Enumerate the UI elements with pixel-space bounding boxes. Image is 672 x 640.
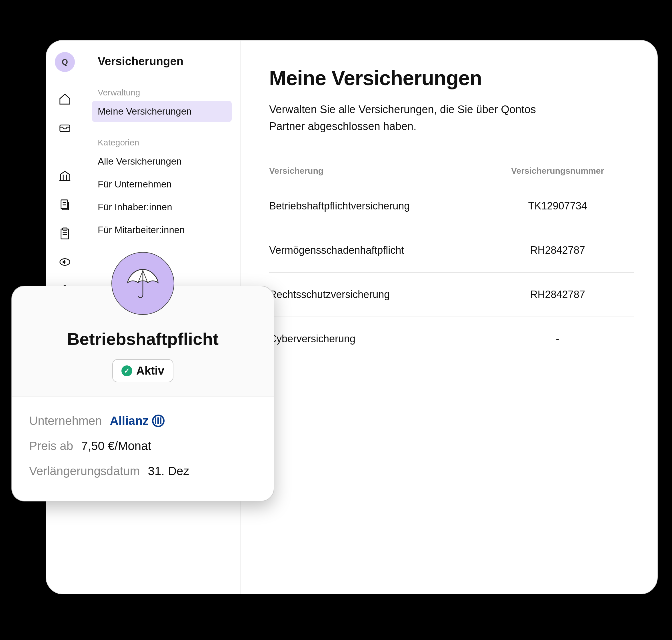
sidebar-group-verwaltung: Verwaltung Meine Versicherungen xyxy=(92,88,232,122)
allianz-icon xyxy=(152,414,164,427)
insurance-number: RH2842787 xyxy=(481,228,634,272)
insurance-name: Vermögensschadenhaftpflicht xyxy=(269,228,481,272)
clipboard-icon[interactable] xyxy=(58,226,72,241)
sidebar-group-label: Kategorien xyxy=(92,138,232,147)
page-title: Meine Versicherungen xyxy=(269,66,634,90)
svg-rect-1 xyxy=(61,200,68,209)
sidebar-item-fuer-mitarbeiter[interactable]: Für Mitarbeiter:innen xyxy=(92,219,232,241)
sidebar-title: Versicherungen xyxy=(92,55,232,68)
check-icon: ✓ xyxy=(121,365,132,376)
status-badge: ✓ Aktiv xyxy=(112,359,173,382)
sidebar-item-label: Für Inhaber:innen xyxy=(98,202,172,212)
sidebar-item-label: Alle Versicherungen xyxy=(98,156,182,166)
detail-value: 31. Dez xyxy=(148,464,189,478)
insurance-number: - xyxy=(481,317,634,361)
column-header-number: Versicherungsnummer xyxy=(481,158,634,184)
sidebar-item-label: Für Mitarbeiter:innen xyxy=(98,224,185,235)
company-name: Allianz xyxy=(110,414,148,428)
document-icon[interactable] xyxy=(58,198,72,212)
sidebar-item-label: Für Unternehmen xyxy=(98,179,172,189)
status-text: Aktiv xyxy=(136,364,164,377)
bank-icon[interactable] xyxy=(58,169,72,184)
insurance-number: RH2842787 xyxy=(481,273,634,317)
table-row[interactable]: Rechtsschutzversicherung RH2842787 xyxy=(269,273,634,317)
home-icon[interactable] xyxy=(58,92,72,106)
detail-row-renewal: Verlängerungsdatum 31. Dez xyxy=(29,459,257,484)
detail-row-price: Preis ab 7,50 €/Monat xyxy=(29,433,257,459)
insurance-name: Betriebshaftpflichtversicherung xyxy=(269,184,481,228)
detail-label: Preis ab xyxy=(29,439,73,453)
insurances-table: Versicherung Versicherungsnummer Betrieb… xyxy=(269,158,634,361)
app-logo[interactable]: Q xyxy=(55,52,75,72)
sidebar-item-meine-versicherungen[interactable]: Meine Versicherungen xyxy=(92,101,232,122)
page-subtitle: Verwalten Sie alle Versicherungen, die S… xyxy=(269,101,555,135)
umbrella-icon xyxy=(112,252,174,315)
sidebar-item-fuer-unternehmen[interactable]: Für Unternehmen xyxy=(92,174,232,195)
sidebar-item-fuer-inhaber[interactable]: Für Inhaber:innen xyxy=(92,197,232,218)
detail-value: 7,50 €/Monat xyxy=(81,439,151,453)
table-row[interactable]: Cyberversicherung - xyxy=(269,317,634,361)
detail-label: Verlängerungsdatum xyxy=(29,464,140,478)
inbox-icon[interactable] xyxy=(58,120,72,135)
sidebar-group-kategorien: Kategorien Alle Versicherungen Für Unter… xyxy=(92,138,232,241)
sidebar-item-label: Meine Versicherungen xyxy=(98,106,191,117)
column-header-name: Versicherung xyxy=(269,158,481,184)
sidebar-item-alle-versicherungen[interactable]: Alle Versicherungen xyxy=(92,151,232,172)
coin-icon[interactable] xyxy=(58,255,72,269)
svg-rect-0 xyxy=(60,125,70,131)
company-logo: Allianz xyxy=(110,414,164,428)
app-logo-letter: Q xyxy=(62,57,68,67)
insurance-name: Rechtsschutzversicherung xyxy=(269,273,481,317)
table-row[interactable]: Betriebshaftpflichtversicherung TK129077… xyxy=(269,184,634,228)
table-header: Versicherung Versicherungsnummer xyxy=(269,158,634,184)
card-title: Betriebshaftpflicht xyxy=(24,329,262,349)
card-details: Unternehmen Allianz Preis ab 7,50 €/Mona… xyxy=(12,396,274,501)
detail-label: Unternehmen xyxy=(29,414,102,428)
insurance-number: TK12907734 xyxy=(481,184,634,228)
main-content: Meine Versicherungen Verwalten Sie alle … xyxy=(240,41,657,594)
insurance-name: Cyberversicherung xyxy=(269,317,481,361)
table-row[interactable]: Vermögensschadenhaftpflicht RH2842787 xyxy=(269,228,634,273)
detail-row-company: Unternehmen Allianz xyxy=(29,408,257,433)
sidebar-group-label: Verwaltung xyxy=(92,88,232,98)
insurance-detail-card: Betriebshaftpflicht ✓ Aktiv Unternehmen … xyxy=(12,286,274,501)
